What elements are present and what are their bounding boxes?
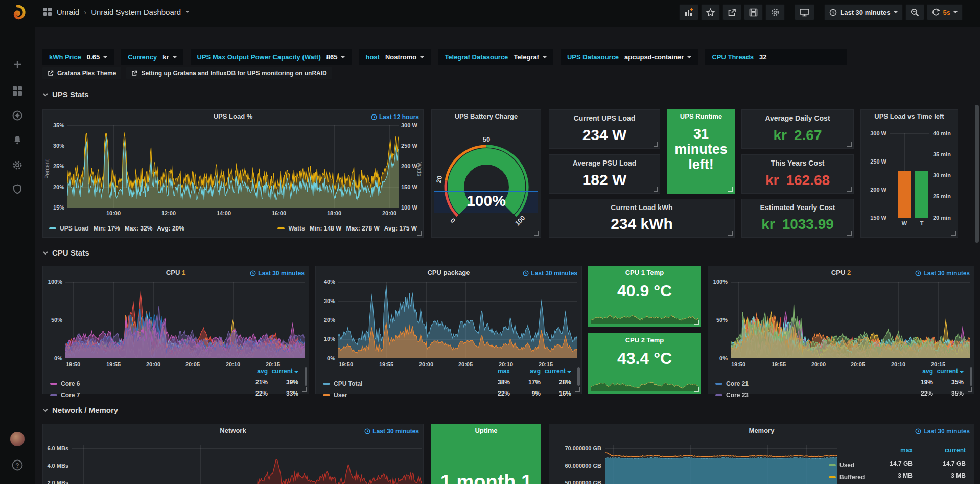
page-scrollbar[interactable] <box>975 105 979 243</box>
create-icon[interactable] <box>12 59 22 70</box>
dashboards-icon[interactable] <box>12 86 22 96</box>
panel-time-range-link[interactable]: Last 30 minutes <box>250 270 305 277</box>
refresh-button[interactable]: 5s <box>927 4 963 20</box>
variable-value-input[interactable]: 32 <box>759 53 766 61</box>
panel-resize-handle[interactable] <box>951 231 956 236</box>
legend-scrollbar[interactable] <box>577 367 580 386</box>
legend-series-name[interactable]: Watts <box>288 225 305 232</box>
legend-series-name[interactable]: Core 6 <box>61 380 80 387</box>
panel-resize-handle[interactable] <box>728 231 733 236</box>
save-dashboard-button[interactable] <box>744 4 763 20</box>
stat-title[interactable]: Average Daily Cost <box>742 114 853 122</box>
variable-value-dropdown[interactable]: Nostromo <box>385 53 424 61</box>
panel-time-range-link[interactable]: Last 30 minutes <box>915 270 970 277</box>
variable-value-dropdown[interactable]: kr <box>162 53 176 61</box>
time-range-picker[interactable]: Last 30 minutes <box>824 4 902 20</box>
stat-title[interactable]: Current Load kWh <box>549 203 734 212</box>
legend-sort-avg[interactable]: avg <box>237 367 268 375</box>
panel-resize-handle[interactable] <box>694 387 699 392</box>
grafana-logo[interactable] <box>8 4 27 24</box>
alerting-icon[interactable] <box>12 135 22 145</box>
dashboard-settings-button[interactable] <box>765 4 785 20</box>
variable-value-dropdown[interactable]: apcupsd-container <box>624 53 691 61</box>
stat-title[interactable]: Uptime <box>447 427 525 434</box>
panel-time-range-link[interactable]: Last 30 minutes <box>915 428 970 435</box>
legend-series-name[interactable]: Core 23 <box>726 391 749 399</box>
breadcrumb-section[interactable]: Unraid <box>57 8 79 16</box>
legend-scrollbar[interactable] <box>305 367 307 386</box>
panel-resize-handle[interactable] <box>654 187 658 192</box>
cpu2-chart[interactable] <box>731 282 970 358</box>
cpu-package-chart[interactable] <box>338 282 577 358</box>
row-header-network-memory[interactable]: Network / Memory <box>42 406 118 414</box>
panel-resize-handle[interactable] <box>302 387 307 392</box>
panel-resize-handle[interactable] <box>847 231 852 236</box>
bar-watts[interactable] <box>898 171 911 218</box>
legend-series-name[interactable]: UPS Load <box>60 225 89 232</box>
panel-resize-handle[interactable] <box>417 231 422 236</box>
variable-value-dropdown[interactable]: Telegraf <box>514 53 547 61</box>
breadcrumb-dashboard-title[interactable]: Unraid System Dashboard <box>91 8 181 16</box>
apps-grid-icon[interactable] <box>43 7 52 16</box>
legend-series-name[interactable]: Core 7 <box>61 391 80 399</box>
stat-title[interactable]: Current UPS Load <box>549 114 660 122</box>
dashboard-link-grafana-plex-theme[interactable]: Grafana Plex Theme <box>42 67 121 79</box>
ups-load-chart[interactable] <box>67 125 399 208</box>
stat-title[interactable]: Estimated Yearly Cost <box>742 203 853 212</box>
panel-resize-handle[interactable] <box>575 387 580 392</box>
panel-title[interactable]: UPS Load vs Time left <box>863 112 955 120</box>
legend-series-name[interactable]: Core 21 <box>726 380 749 387</box>
panel-resize-handle[interactable] <box>847 142 852 147</box>
legend-series-name[interactable]: User <box>334 391 347 399</box>
cycle-view-mode-button[interactable] <box>795 4 814 20</box>
variable-value-dropdown[interactable]: 865 <box>326 53 345 61</box>
legend-series-name[interactable]: CPU Total <box>334 380 362 387</box>
dashboard-link-grafana-influxdb-ups[interactable]: Setting up Grafana and InfluxDB for UPS … <box>126 67 332 79</box>
bar-time-left[interactable] <box>915 171 928 218</box>
panel-resize-handle[interactable] <box>847 187 852 192</box>
legend-sort-max[interactable]: max <box>479 367 510 375</box>
panel-resize-handle[interactable] <box>694 320 699 325</box>
panel-resize-handle[interactable] <box>534 231 539 236</box>
legend-series-name[interactable]: Used <box>839 462 854 469</box>
legend-scrollbar[interactable] <box>970 367 972 386</box>
explore-icon[interactable] <box>12 110 23 121</box>
stat-title[interactable]: Average PSU Load <box>549 159 660 167</box>
panel-time-range-link[interactable]: Last 30 minutes <box>523 270 577 277</box>
legend-series-name[interactable]: Buffered <box>839 474 865 481</box>
panel-title[interactable]: Memory <box>565 427 959 434</box>
panel-resize-handle[interactable] <box>654 142 658 147</box>
share-dashboard-button[interactable] <box>722 4 741 20</box>
panel-resize-handle[interactable] <box>728 187 733 192</box>
help-icon[interactable]: ? <box>11 459 24 471</box>
panel-title[interactable]: Network <box>58 427 408 434</box>
memory-chart[interactable] <box>605 445 837 484</box>
panel-time-range-link[interactable]: Last 30 minutes <box>364 428 419 435</box>
legend-sort-current[interactable]: current <box>541 367 571 375</box>
server-admin-icon[interactable] <box>12 184 22 194</box>
stat-title[interactable]: CPU 2 Temp <box>604 336 685 344</box>
network-chart[interactable] <box>72 445 422 484</box>
cpu1-chart[interactable] <box>65 282 305 358</box>
stat-title[interactable]: This Years Cost <box>742 159 853 167</box>
variable-value-dropdown[interactable]: 0.65 <box>87 53 107 61</box>
legend-sort-avg[interactable]: avg <box>902 367 933 375</box>
configuration-icon[interactable] <box>12 159 23 171</box>
stat-title[interactable]: CPU 1 Temp <box>604 269 685 276</box>
dashboard-title-caret[interactable] <box>185 11 190 13</box>
panel-title[interactable]: UPS Battery Charge <box>436 112 536 120</box>
panel-resize-handle[interactable] <box>968 387 972 392</box>
panel-time-range-link[interactable]: Last 12 hours <box>371 113 419 121</box>
zoom-out-time-button[interactable] <box>905 4 924 20</box>
stat-title[interactable]: UPS Runtime <box>670 112 732 120</box>
star-dashboard-button[interactable] <box>701 4 720 20</box>
row-header-cpu-stats[interactable]: CPU Stats <box>42 248 89 257</box>
legend-sort-max[interactable]: max <box>882 447 913 454</box>
legend-sort-current[interactable]: current <box>935 447 966 454</box>
legend-sort-current[interactable]: current <box>933 367 964 375</box>
user-avatar[interactable] <box>10 431 25 447</box>
panel-title[interactable]: UPS Load % <box>58 112 408 120</box>
add-panel-button[interactable] <box>679 4 698 20</box>
legend-sort-avg[interactable]: avg <box>510 367 541 375</box>
row-header-ups-stats[interactable]: UPS Stats <box>42 90 89 99</box>
